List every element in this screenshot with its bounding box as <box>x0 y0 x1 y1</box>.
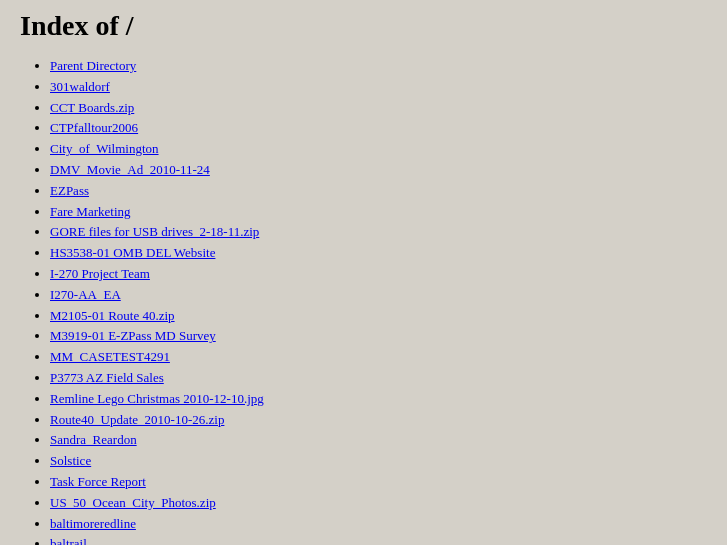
directory-link[interactable]: I270-AA_EA <box>50 287 121 302</box>
list-item: M2105-01 Route 40.zip <box>50 306 707 327</box>
directory-list: Parent Directory301waldorfCCT Boards.zip… <box>20 56 707 545</box>
directory-link[interactable]: Remline Lego Christmas 2010-12-10.jpg <box>50 391 264 406</box>
directory-link[interactable]: GORE files for USB drives_2-18-11.zip <box>50 224 259 239</box>
list-item: Solstice <box>50 451 707 472</box>
directory-link[interactable]: Route40_Update_2010-10-26.zip <box>50 412 224 427</box>
list-item: baltrail <box>50 534 707 545</box>
directory-link[interactable]: Solstice <box>50 453 91 468</box>
list-item: CTPfalltour2006 <box>50 118 707 139</box>
directory-link[interactable]: baltrail <box>50 536 87 545</box>
list-item: US_50_Ocean_City_Photos.zip <box>50 493 707 514</box>
directory-link[interactable]: CTPfalltour2006 <box>50 120 138 135</box>
list-item: M3919-01 E-ZPass MD Survey <box>50 326 707 347</box>
directory-link[interactable]: Parent Directory <box>50 58 136 73</box>
directory-link[interactable]: 301waldorf <box>50 79 110 94</box>
list-item: MM_CASETEST4291 <box>50 347 707 368</box>
directory-link[interactable]: M2105-01 Route 40.zip <box>50 308 175 323</box>
list-item: Parent Directory <box>50 56 707 77</box>
page-title: Index of / <box>20 10 707 42</box>
list-item: 301waldorf <box>50 77 707 98</box>
list-item: Fare Marketing <box>50 202 707 223</box>
list-item: GORE files for USB drives_2-18-11.zip <box>50 222 707 243</box>
list-item: I-270 Project Team <box>50 264 707 285</box>
list-item: HS3538-01 OMB DEL Website <box>50 243 707 264</box>
directory-link[interactable]: Task Force Report <box>50 474 146 489</box>
list-item: EZPass <box>50 181 707 202</box>
directory-link[interactable]: EZPass <box>50 183 89 198</box>
directory-link[interactable]: I-270 Project Team <box>50 266 150 281</box>
list-item: Sandra_Reardon <box>50 430 707 451</box>
directory-link[interactable]: DMV_Movie_Ad_2010-11-24 <box>50 162 210 177</box>
directory-link[interactable]: US_50_Ocean_City_Photos.zip <box>50 495 216 510</box>
directory-link[interactable]: MM_CASETEST4291 <box>50 349 170 364</box>
directory-link[interactable]: baltimoreredline <box>50 516 136 531</box>
list-item: Remline Lego Christmas 2010-12-10.jpg <box>50 389 707 410</box>
list-item: Route40_Update_2010-10-26.zip <box>50 410 707 431</box>
list-item: baltimoreredline <box>50 514 707 535</box>
directory-link[interactable]: P3773 AZ Field Sales <box>50 370 164 385</box>
directory-link[interactable]: M3919-01 E-ZPass MD Survey <box>50 328 216 343</box>
directory-link[interactable]: HS3538-01 OMB DEL Website <box>50 245 215 260</box>
directory-link[interactable]: City_of_Wilmington <box>50 141 159 156</box>
list-item: City_of_Wilmington <box>50 139 707 160</box>
directory-link[interactable]: CCT Boards.zip <box>50 100 134 115</box>
list-item: P3773 AZ Field Sales <box>50 368 707 389</box>
list-item: CCT Boards.zip <box>50 98 707 119</box>
directory-link[interactable]: Fare Marketing <box>50 204 131 219</box>
list-item: DMV_Movie_Ad_2010-11-24 <box>50 160 707 181</box>
list-item: I270-AA_EA <box>50 285 707 306</box>
list-item: Task Force Report <box>50 472 707 493</box>
directory-link[interactable]: Sandra_Reardon <box>50 432 137 447</box>
